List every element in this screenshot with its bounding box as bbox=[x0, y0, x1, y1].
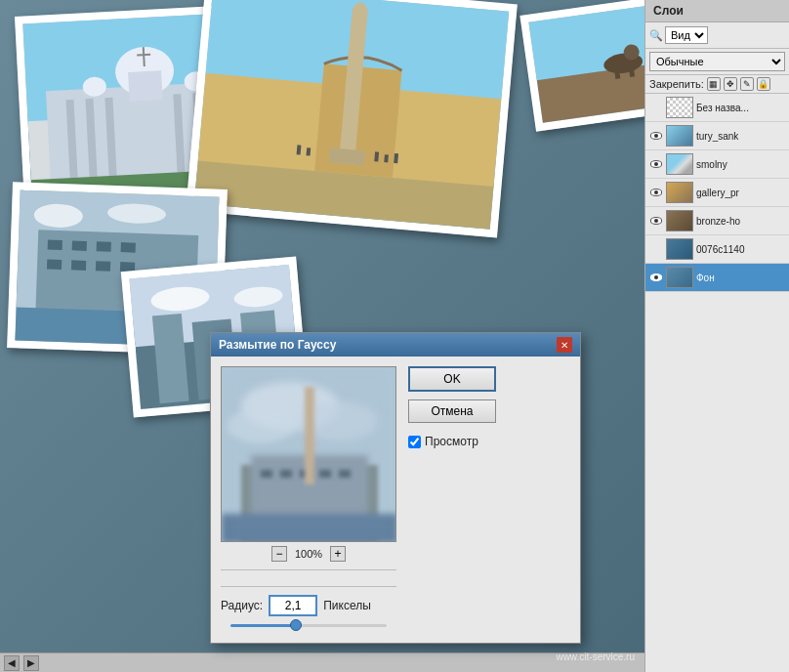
next-arrow[interactable]: ▶ bbox=[23, 655, 39, 671]
photo-small-topright bbox=[519, 0, 644, 132]
ok-button[interactable]: OK bbox=[408, 366, 496, 392]
preview-checkbox[interactable] bbox=[408, 436, 421, 448]
layers-panel: Слои 🔍 Вид Обычные Закрепить: ▦ ✥ ✎ 🔒 Бе… bbox=[644, 0, 789, 672]
layer-item[interactable]: tury_sank bbox=[645, 122, 789, 150]
zoom-level: 100% bbox=[295, 548, 322, 560]
lock-all-button[interactable]: 🔒 bbox=[757, 77, 770, 91]
search-icon: 🔍 bbox=[649, 29, 663, 42]
radius-section: Радиус: Пикселы bbox=[221, 569, 396, 627]
lock-pixels-button[interactable]: ▦ bbox=[707, 77, 721, 91]
layer-item-active[interactable]: Фон bbox=[645, 264, 789, 292]
svg-rect-40 bbox=[47, 259, 62, 270]
layers-blend-row: Обычные bbox=[645, 49, 789, 75]
layer-item[interactable]: smolny bbox=[645, 150, 789, 179]
layer-item[interactable]: bronze-ho bbox=[645, 207, 789, 235]
svg-rect-67 bbox=[222, 367, 396, 542]
layer-name: tury_sank bbox=[696, 131, 785, 142]
svg-line-13 bbox=[144, 47, 145, 66]
photo-alexander-column bbox=[186, 0, 518, 237]
svg-rect-42 bbox=[96, 261, 110, 272]
lock-label: Закрепить: bbox=[649, 78, 704, 90]
preview-image[interactable] bbox=[221, 366, 396, 542]
lock-position-button[interactable]: ✥ bbox=[724, 77, 737, 91]
layers-filter-select[interactable]: Вид bbox=[665, 26, 708, 44]
lock-artboards-button[interactable]: ✎ bbox=[740, 77, 754, 91]
layer-thumbnail bbox=[666, 182, 693, 203]
radius-label: Радиус: bbox=[221, 599, 263, 612]
preview-label: Просмотр bbox=[425, 435, 478, 448]
blend-mode-select[interactable]: Обычные bbox=[649, 52, 785, 71]
radius-slider[interactable] bbox=[230, 624, 387, 627]
svg-rect-36 bbox=[48, 240, 62, 251]
svg-rect-26 bbox=[384, 154, 389, 162]
radius-unit: Пикселы bbox=[323, 599, 371, 612]
layer-item[interactable]: gallery_pr bbox=[645, 179, 789, 207]
dialog-right-controls: OK Отмена Просмотр bbox=[408, 366, 570, 633]
radius-slider-container bbox=[221, 624, 396, 627]
svg-rect-41 bbox=[71, 260, 86, 271]
gaussian-blur-dialog: Размытие по Гауссу ✕ bbox=[210, 332, 581, 644]
svg-rect-37 bbox=[72, 240, 87, 251]
zoom-out-button[interactable]: − bbox=[271, 546, 287, 562]
layer-thumbnail bbox=[666, 97, 693, 118]
layer-thumbnail bbox=[666, 153, 693, 175]
layer-name: 0076c1140 bbox=[696, 244, 785, 255]
radius-input[interactable] bbox=[269, 595, 317, 616]
radius-row: Радиус: Пикселы bbox=[221, 586, 396, 616]
layer-visibility-toggle[interactable] bbox=[649, 271, 663, 284]
dialog-body: − 100% + Радиус: Пикселы bbox=[211, 357, 580, 643]
layer-thumbnail bbox=[666, 125, 693, 147]
preview-checkbox-row: Просмотр bbox=[408, 435, 570, 448]
layer-thumbnail bbox=[666, 267, 693, 288]
zoom-in-button[interactable]: + bbox=[330, 546, 346, 562]
dialog-preview-section: − 100% + Радиус: Пикселы bbox=[221, 366, 396, 633]
layer-thumbnail bbox=[666, 238, 693, 260]
layers-panel-title: Слои bbox=[645, 0, 789, 22]
layer-visibility-toggle[interactable] bbox=[649, 101, 663, 114]
svg-rect-24 bbox=[307, 147, 311, 155]
layer-name: gallery_pr bbox=[696, 188, 785, 198]
svg-rect-38 bbox=[97, 241, 111, 252]
watermark: www.cit-service.ru bbox=[556, 651, 635, 662]
dialog-title: Размытие по Гауссу bbox=[219, 338, 336, 352]
layer-visibility-toggle[interactable] bbox=[649, 214, 663, 228]
prev-arrow[interactable]: ◀ bbox=[4, 655, 20, 671]
layer-visibility-toggle[interactable] bbox=[649, 186, 663, 199]
layer-visibility-toggle[interactable] bbox=[649, 129, 663, 143]
layer-item[interactable]: Без назва... bbox=[645, 94, 789, 122]
dialog-close-button[interactable]: ✕ bbox=[557, 337, 572, 353]
svg-rect-39 bbox=[121, 242, 136, 253]
layer-visibility-toggle[interactable] bbox=[649, 242, 663, 256]
layer-name: bronze-ho bbox=[696, 216, 785, 227]
canvas-area: www.cit-service.ru ◀ ▶ Размытие по Гаусс… bbox=[0, 0, 644, 672]
layer-thumbnail bbox=[666, 210, 693, 231]
layers-list: Без назва... tury_sank smolny gallery_pr bbox=[645, 94, 789, 672]
layer-name: smolny bbox=[696, 159, 785, 170]
cancel-button[interactable]: Отмена bbox=[408, 399, 496, 423]
layer-item[interactable]: 0076c1140 bbox=[645, 235, 789, 264]
preview-controls: − 100% + bbox=[221, 546, 396, 562]
svg-rect-21 bbox=[329, 147, 365, 165]
layer-visibility-toggle[interactable] bbox=[649, 157, 663, 171]
layers-lock-row: Закрепить: ▦ ✥ ✎ 🔒 bbox=[645, 75, 789, 94]
slider-thumb[interactable] bbox=[290, 619, 302, 631]
layers-search-row: 🔍 Вид bbox=[645, 22, 789, 49]
layer-name: Без назва... bbox=[696, 103, 785, 113]
layer-name: Фон bbox=[696, 273, 785, 283]
svg-rect-10 bbox=[128, 70, 163, 102]
bottom-toolbar: ◀ ▶ bbox=[0, 652, 644, 672]
dialog-titlebar: Размытие по Гауссу ✕ bbox=[211, 333, 580, 357]
svg-line-14 bbox=[137, 55, 150, 56]
